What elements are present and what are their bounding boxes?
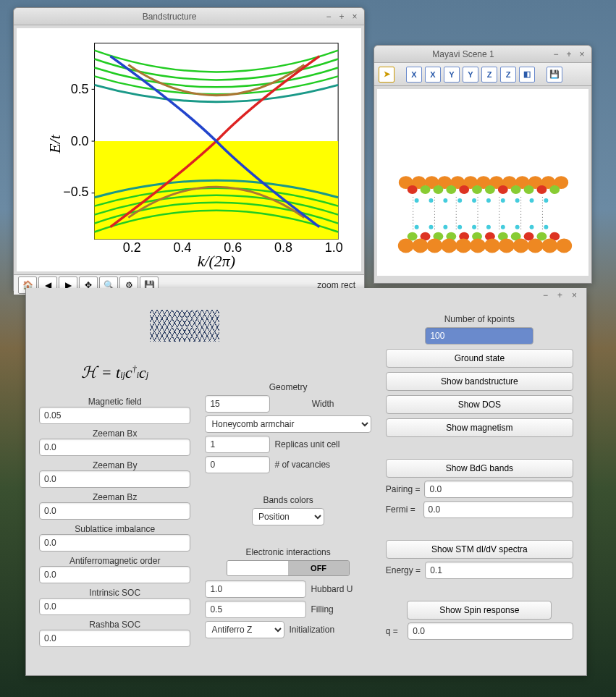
init-label: Initialization [289,625,334,635]
svg-point-32 [459,185,469,194]
q-label: q = [386,626,404,636]
minimize-icon[interactable]: − [551,49,561,59]
lattice-select[interactable]: Honeycomb armchair [205,415,371,433]
zeeman-bx-input[interactable] [39,439,190,456]
mayavi-scene[interactable] [377,89,588,276]
svg-text:0.4: 0.4 [174,240,192,255]
width-input[interactable] [205,395,270,413]
bands-colors-label: Bands colors [263,495,313,505]
show-bandstructure-button[interactable]: Show bandstructure [386,372,573,391]
svg-point-66 [544,225,548,229]
svg-point-80 [413,239,429,253]
svg-text:0.8: 0.8 [274,240,292,255]
mayavi-titlebar[interactable]: Mayavi Scene 1 − + × [374,46,591,63]
svg-point-84 [470,239,486,253]
mayavi-window: Mayavi Scene 1 − + × ➤ X X Y Y Z Z ◧ 💾 [374,45,592,284]
svg-point-88 [528,239,544,253]
axis-x-plus-icon[interactable]: X [406,67,422,83]
svg-point-36 [511,185,521,194]
svg-point-45 [486,198,491,203]
vacancies-input[interactable] [205,456,270,473]
afm-input[interactable] [39,566,190,583]
show-dos-button[interactable]: Show DOS [386,395,573,414]
sublattice-label: Sublattice imbalance [75,524,155,534]
show-stm-button[interactable]: Show STM dI/dV spectra [386,540,573,559]
svg-point-87 [513,239,529,253]
show-bdg-button[interactable]: Show BdG bands [386,459,573,478]
zeeman-by-input[interactable] [39,470,190,488]
svg-text:0.6: 0.6 [224,240,242,255]
pairing-input[interactable] [424,481,573,498]
close-icon[interactable]: × [572,290,582,300]
control-titlebar: − + × [26,288,586,303]
save-scene-icon[interactable]: 💾 [547,67,562,83]
close-icon[interactable]: × [577,49,587,59]
bandstructure-window: Bandstructure − + × [13,7,365,291]
q-input[interactable] [408,622,573,640]
control-panel: − + × ℋ = tijc†icj Magnetic field Zeeman… [25,288,587,676]
svg-point-59 [443,225,447,229]
magnetic-field-input[interactable] [39,407,190,424]
isometric-icon[interactable]: ◧ [519,67,535,83]
geometry-label: Geometry [269,382,308,392]
svg-point-58 [429,225,434,229]
axis-z-plus-icon[interactable]: Z [481,67,497,83]
svg-point-42 [443,198,447,203]
bandstructure-plot[interactable]: E/t k/(2π) 0.5 0.0 −0.5 0.2 0.4 0.6 0.8 … [17,28,361,271]
energy-input[interactable] [425,562,573,579]
svg-text:0.0: 0.0 [71,134,89,148]
mayavi-title: Mayavi Scene 1 [379,49,548,59]
filling-label: Filling [311,604,333,614]
svg-point-39 [549,185,560,194]
bandstructure-title: Bandstructure [18,12,321,22]
svg-point-38 [536,185,547,194]
svg-point-43 [457,198,462,203]
kpoints-label: Number of kpoints [444,314,515,324]
maximize-icon[interactable]: + [337,12,347,22]
intrinsic-soc-input[interactable] [39,598,190,615]
replicas-input[interactable] [205,436,270,453]
close-icon[interactable]: × [350,12,360,22]
axis-y-plus-icon[interactable]: Y [444,67,460,83]
svg-point-35 [498,185,508,194]
svg-point-79 [398,239,414,253]
svg-point-33 [472,185,482,194]
svg-point-29 [421,185,431,194]
svg-text:1.0: 1.0 [325,240,343,255]
hubbard-input[interactable] [205,580,306,598]
svg-point-41 [429,198,434,203]
axis-z-minus-icon[interactable]: Z [500,67,516,83]
maximize-icon[interactable]: + [564,49,574,59]
pointer-icon[interactable]: ➤ [379,67,395,83]
filling-input[interactable] [205,601,306,618]
svg-point-31 [446,185,456,194]
init-select[interactable]: Antiferro Z [205,621,284,638]
minimize-icon[interactable]: − [543,290,553,300]
eint-toggle[interactable]: OFF [227,560,350,576]
axis-y-minus-icon[interactable]: Y [463,67,478,83]
svg-point-89 [541,239,557,253]
svg-point-37 [524,185,534,194]
bandstructure-titlebar[interactable]: Bandstructure − + × [14,8,364,25]
svg-point-85 [484,239,500,253]
hamiltonian-equation: ℋ = tijc†icj [81,363,148,382]
svg-point-83 [455,239,471,253]
svg-text:−0.5: −0.5 [63,185,88,199]
zeeman-bz-input[interactable] [39,502,190,520]
svg-point-62 [486,225,491,229]
show-spin-button[interactable]: Show Spin response [407,601,552,620]
kpoints-input[interactable] [425,327,533,345]
fermi-input[interactable] [423,501,573,518]
sublattice-input[interactable] [39,534,190,552]
svg-point-81 [427,239,443,253]
minimize-icon[interactable]: − [324,12,334,22]
show-magnetism-button[interactable]: Show magnetism [386,418,573,437]
axis-x-minus-icon[interactable]: X [425,67,441,83]
svg-point-61 [472,225,476,229]
rashba-soc-input[interactable] [39,630,190,647]
svg-rect-1 [95,141,339,239]
bands-colors-select[interactable]: Position [252,508,324,525]
maximize-icon[interactable]: + [557,290,568,300]
svg-point-90 [556,239,572,253]
ground-state-button[interactable]: Ground state [386,349,573,368]
